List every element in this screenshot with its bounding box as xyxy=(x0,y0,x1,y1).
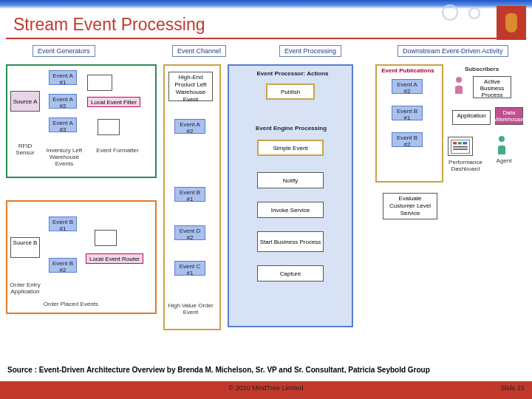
icon-formatter-shape xyxy=(98,119,120,135)
copyright-text: © 2010 MindTree Limited xyxy=(0,384,532,392)
box-ch-ea2: Event A #2 xyxy=(174,119,205,134)
icon-router-shape xyxy=(95,230,117,246)
svg-point-0 xyxy=(456,77,462,83)
box-pub-eb2: Event B #2 xyxy=(392,132,423,147)
label-engine: Event Engine Processing xyxy=(247,125,335,132)
label-rfid: RFID Sensor xyxy=(9,143,41,156)
label-order-placed: Order Placed Events xyxy=(41,301,100,307)
source-citation: Source : Event-Driven Architecture Overv… xyxy=(7,366,430,374)
svg-rect-5 xyxy=(453,146,468,148)
box-evaluate: Evaluate Customer Level Service xyxy=(383,193,437,219)
group-processing xyxy=(228,64,353,327)
svg-rect-2 xyxy=(453,142,457,144)
header-downstream: Downstream Event-Driven Activity xyxy=(398,45,508,57)
svg-rect-3 xyxy=(458,142,462,144)
footer-bar: © 2010 MindTree Limited Slide 21 xyxy=(0,381,532,399)
box-dw: Data Warehouse xyxy=(495,107,523,125)
box-pub-ea2: Event A #2 xyxy=(392,79,423,94)
box-event-a2: Event A #2 xyxy=(49,94,77,109)
label-order-entry: Order Entry Application xyxy=(7,282,43,295)
agent-icon xyxy=(495,135,508,154)
icon-filter-shape xyxy=(87,75,112,91)
box-ch-ed2: Event D #2 xyxy=(174,225,205,240)
box-app: Application xyxy=(452,110,491,125)
box-pub-eb1: Event B #1 xyxy=(392,106,423,120)
decor-circle-icon xyxy=(468,7,480,19)
top-gradient-bar xyxy=(0,0,532,9)
svg-rect-6 xyxy=(453,149,468,150)
diagram-area: Event Generators Event Channel Event Pro… xyxy=(6,45,526,341)
header-channel: Event Channel xyxy=(172,45,226,57)
header-processing: Event Processing xyxy=(279,45,341,57)
box-capture: Capture xyxy=(257,265,324,282)
box-event-a3: Event A #3 xyxy=(49,117,77,132)
box-ch-ec1: Event C #1 xyxy=(174,261,205,276)
decor-circle-icon xyxy=(442,4,458,21)
box-simple: Simple Event xyxy=(257,140,324,156)
label-actions: Event Processor: Actions xyxy=(248,70,337,77)
box-start: Start Business Process xyxy=(257,231,324,252)
box-filter: Local Event Filter xyxy=(87,97,140,107)
box-abp: Active Business Process xyxy=(473,76,511,98)
box-publish: Publish xyxy=(266,83,315,100)
slide-number: Slide 21 xyxy=(500,384,525,392)
label-formatter: Event Formatter xyxy=(92,147,143,154)
box-event-b1: Event B #1 xyxy=(49,216,77,231)
label-high-value: High Value Order Event xyxy=(166,302,216,316)
label-agent: Agent xyxy=(491,157,517,164)
box-ch-eb1: Event B #1 xyxy=(174,187,205,202)
svg-point-7 xyxy=(499,136,505,142)
box-event-b2: Event B #2 xyxy=(49,258,77,273)
box-event-a1: Event A #1 xyxy=(49,70,77,85)
box-warehouse-event: High-End Product Left Warehouse Event xyxy=(168,72,213,101)
logo-icon xyxy=(497,6,526,40)
label-dash: Performance Dashboard xyxy=(445,159,486,172)
label-pubs: Event Publications xyxy=(378,67,437,74)
dashboard-icon xyxy=(448,137,473,156)
title-underline xyxy=(6,38,526,39)
box-source-b: Source B xyxy=(10,237,40,258)
box-router: Local Event Router xyxy=(86,253,143,264)
box-source-a: Source A xyxy=(10,91,40,112)
label-inv-left: Inventory Left Warehouse Events xyxy=(44,147,84,167)
svg-rect-4 xyxy=(463,142,467,144)
header-generators: Event Generators xyxy=(33,45,95,57)
person-icon xyxy=(452,76,466,94)
label-subs: Subscribers xyxy=(460,66,504,72)
box-notify: Notify xyxy=(257,172,324,188)
box-invoke: Invoke Service xyxy=(257,202,324,218)
